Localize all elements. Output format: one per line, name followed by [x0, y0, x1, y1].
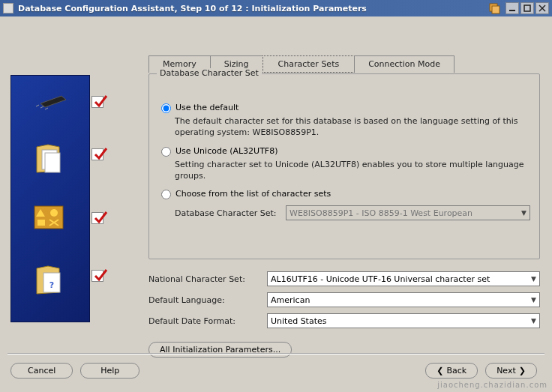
step-check-icon	[92, 270, 106, 285]
database-charset-group: Database Character Set Use the default T…	[148, 73, 540, 259]
wizard-step-1	[10, 75, 106, 124]
content-area: ? Memory Sizing Character Sets Connectio…	[0, 16, 552, 392]
svg-line-9	[45, 108, 48, 109]
db-charset-select: WE8ISO8859P1 - ISO 8859-1 West European …	[286, 205, 530, 220]
svg-rect-11	[45, 153, 60, 172]
tab-character-sets[interactable]: Character Sets	[262, 55, 356, 73]
back-label: Back	[446, 366, 466, 376]
db-charset-value: WE8ISO8859P1 - ISO 8859-1 West European	[290, 208, 472, 218]
chip-icon	[33, 88, 69, 113]
bottom-left-buttons: Cancel Help	[10, 363, 140, 379]
radio-choose-list-row: Choose from the list of character sets	[161, 189, 530, 199]
tab-connection-mode[interactable]: Connection Mode	[354, 55, 454, 73]
svg-line-7	[36, 105, 39, 106]
help-folder-icon: ?	[33, 262, 70, 302]
maximize-button[interactable]	[520, 2, 534, 14]
next-label: Next	[496, 366, 516, 376]
db-charset-field-row: Database Character Set: WE8ISO8859P1 - I…	[175, 205, 530, 220]
chevron-right-icon: ❯	[519, 366, 526, 376]
svg-text:?: ?	[50, 280, 54, 290]
step-check-icon	[92, 148, 106, 163]
app-icon	[3, 3, 14, 13]
chevron-down-icon: ▼	[531, 317, 536, 325]
radio-use-default-label: Use the default	[176, 103, 238, 112]
back-button[interactable]: ❮ Back	[425, 363, 478, 379]
default-date-format-value: United States	[271, 316, 327, 326]
step-check-icon	[92, 212, 106, 227]
bottom-right-buttons: ❮ Back Next ❯	[425, 363, 537, 379]
radio-use-unicode-label: Use Unicode (AL32UTF8)	[176, 146, 278, 156]
svg-rect-3	[524, 5, 530, 11]
window-title: Database Configuration Assistant, Step 1…	[18, 4, 488, 13]
default-date-format-select[interactable]: United States ▼	[267, 313, 540, 328]
svg-point-14	[50, 209, 58, 217]
national-charset-label: National Character Set:	[148, 274, 267, 284]
separator	[8, 353, 544, 355]
watermark: jiaocheng.chazidian.com	[437, 381, 548, 389]
all-init-params-button[interactable]: All Initialization Parameters...	[148, 342, 292, 358]
close-button[interactable]	[536, 2, 549, 14]
minimize-button[interactable]	[506, 2, 519, 14]
group-title: Database Character Set	[157, 68, 262, 78]
shapes-icon	[33, 205, 64, 232]
wizard-step-3	[10, 191, 106, 241]
default-language-value: American	[271, 295, 310, 305]
chevron-down-icon: ▼	[531, 296, 536, 304]
radio-use-default-desc: The default character set for this datab…	[175, 116, 530, 139]
radio-choose-list-label: Choose from the list of character sets	[176, 189, 331, 199]
cancel-button[interactable]: Cancel	[10, 363, 73, 379]
help-button[interactable]: Help	[80, 363, 140, 379]
radio-use-unicode-row: Use Unicode (AL32UTF8)	[161, 146, 530, 157]
window-titlebar: Database Configuration Assistant, Step 1…	[0, 0, 552, 16]
documents-icon	[33, 141, 70, 181]
radio-use-unicode-desc: Setting character set to Unicode (AL32UT…	[175, 160, 530, 182]
default-language-select[interactable]: American ▼	[267, 292, 540, 307]
main-panel: Database Character Set Use the default T…	[148, 73, 540, 332]
svg-line-8	[40, 106, 44, 108]
svg-rect-1	[492, 6, 500, 13]
db-charset-label: Database Character Set:	[175, 208, 286, 218]
wizard-steps-panel: ?	[10, 75, 106, 322]
radio-use-unicode[interactable]	[161, 147, 171, 157]
radio-use-default-row: Use the default	[161, 103, 530, 113]
national-charset-value: AL16UTF16 - Unicode UTF-16 Universal cha…	[271, 274, 490, 284]
default-language-row: Default Language: American ▼	[148, 292, 540, 307]
radio-use-default[interactable]	[161, 103, 171, 113]
wizard-step-2	[10, 127, 106, 177]
chevron-down-icon: ▼	[531, 275, 536, 283]
next-button[interactable]: Next ❯	[485, 363, 537, 379]
default-date-format-label: Default Date Format:	[148, 316, 267, 326]
chevron-left-icon: ❮	[436, 366, 443, 376]
stack-icon	[488, 1, 501, 15]
default-language-label: Default Language:	[148, 295, 267, 305]
national-charset-row: National Character Set: AL16UTF16 - Unic…	[148, 271, 540, 286]
radio-choose-list[interactable]	[161, 190, 171, 199]
national-charset-select[interactable]: AL16UTF16 - Unicode UTF-16 Universal cha…	[267, 271, 540, 286]
chevron-down-icon: ▼	[521, 209, 526, 217]
wizard-step-4: ?	[10, 249, 106, 298]
step-check-icon	[92, 96, 106, 111]
svg-rect-15	[38, 220, 45, 226]
default-date-format-row: Default Date Format: United States ▼	[148, 313, 540, 328]
svg-marker-6	[40, 96, 66, 107]
